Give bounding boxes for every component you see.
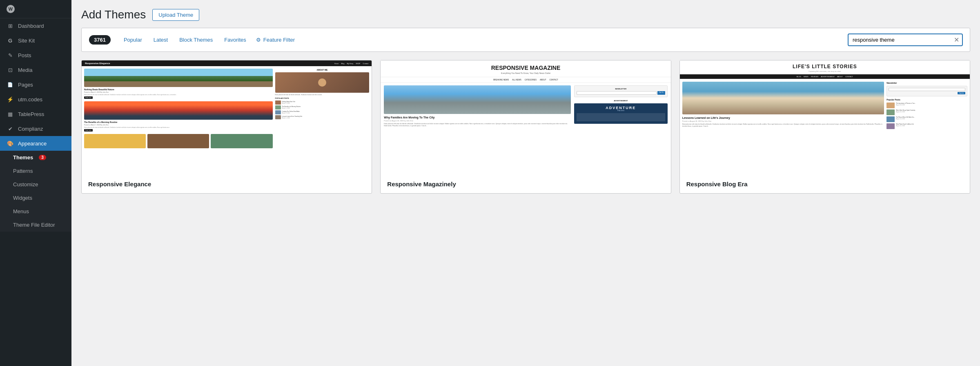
sidebar: W ⊞ Dashboard G Site Kit ✎ Posts ⊡ Media… — [0, 0, 71, 366]
search-wrapper: ✕ — [848, 34, 962, 46]
theme-card-responsive-elegance[interactable]: Responsive Elegance HomeBlogMy StorySHOP… — [81, 60, 372, 194]
themes-label: Themes — [13, 154, 33, 161]
appearance-icon: 🎨 — [7, 140, 14, 147]
sidebar-item-theme-file-editor[interactable]: Theme File Editor — [0, 218, 71, 232]
page-title: Add Themes — [81, 8, 146, 21]
tab-block-themes[interactable]: Block Themes — [174, 34, 218, 45]
sidebar-item-complianz[interactable]: ✔ Complianz — [0, 121, 71, 136]
widgets-label: Widgets — [13, 195, 32, 201]
sidebar-item-label: Media — [18, 67, 32, 73]
sidebar-item-utm[interactable]: ⚡ utm.codes — [0, 92, 71, 107]
filter-tabs: Popular Latest Block Themes Favorites ⚙ … — [119, 34, 848, 45]
page-header: Add Themes Upload Theme — [81, 8, 970, 21]
sidebar-item-widgets[interactable]: Widgets — [0, 191, 71, 205]
theme-name-responsive-elegance: Responsive Elegance — [82, 175, 372, 193]
dashboard-icon: ⊞ — [7, 22, 14, 29]
sidebar-item-media[interactable]: ⊡ Media — [0, 62, 71, 77]
sidebar-submenu-appearance: Themes 3 Patterns Customize Widgets Menu… — [0, 151, 71, 232]
customize-label: Customize — [13, 181, 38, 187]
sidebar-item-appearance[interactable]: 🎨 Appearance — [0, 136, 71, 151]
sitekit-icon: G — [7, 37, 14, 44]
complianz-icon: ✔ — [7, 125, 14, 132]
wp-logo-icon: W — [7, 5, 15, 13]
main-content: Add Themes Upload Theme 3761 Popular Lat… — [71, 0, 980, 366]
tab-latest[interactable]: Latest — [149, 34, 173, 45]
sidebar-item-menus[interactable]: Menus — [0, 205, 71, 218]
theme-name-responsive-magazinely: Responsive Magazinely — [381, 175, 670, 193]
theme-card-responsive-blog-era[interactable]: LIFE'S LITTLE STORIES Capturing life's m… — [679, 60, 970, 194]
filter-bar: 3761 Popular Latest Block Themes Favorit… — [81, 28, 970, 52]
sidebar-item-label: Dashboard — [18, 23, 44, 29]
theme-file-editor-label: Theme File Editor — [13, 222, 55, 228]
theme-name-responsive-blog-era: Responsive Blog Era — [680, 175, 970, 193]
upload-theme-button[interactable]: Upload Theme — [152, 9, 199, 21]
tab-favorites[interactable]: Favorites — [219, 34, 251, 45]
theme-preview-responsive-elegance: Responsive Elegance HomeBlogMy StorySHOP… — [82, 60, 372, 175]
sidebar-item-customize[interactable]: Customize — [0, 178, 71, 191]
sidebar-item-label: Pages — [18, 82, 33, 88]
themes-badge: 3 — [39, 155, 46, 160]
sidebar-item-posts[interactable]: ✎ Posts — [0, 48, 71, 62]
media-icon: ⊡ — [7, 66, 14, 74]
theme-count-badge: 3761 — [89, 35, 111, 45]
sidebar-item-label: TablePress — [18, 111, 44, 117]
sidebar-item-themes[interactable]: Themes 3 — [0, 151, 71, 164]
sidebar-item-label: Appearance — [18, 141, 47, 147]
sidebar-item-label: utm.codes — [18, 96, 42, 103]
utm-icon: ⚡ — [7, 96, 14, 103]
sidebar-item-label: Complianz — [18, 126, 43, 132]
theme-card-responsive-magazinely[interactable]: RESPONSIVE MAGAZINE Everything You Need … — [380, 60, 671, 194]
sidebar-logo: W — [0, 0, 71, 18]
posts-icon: ✎ — [7, 51, 14, 59]
sidebar-item-patterns[interactable]: Patterns — [0, 164, 71, 178]
tab-popular[interactable]: Popular — [119, 34, 147, 45]
feature-filter-label: Feature Filter — [263, 37, 295, 43]
theme-preview-responsive-magazinely: RESPONSIVE MAGAZINE Everything You Need … — [381, 60, 670, 175]
sidebar-item-label: Site Kit — [18, 38, 35, 44]
sidebar-item-label: Posts — [18, 52, 31, 58]
menus-label: Menus — [13, 208, 29, 214]
search-input[interactable] — [848, 34, 962, 46]
pages-icon: 📄 — [7, 81, 14, 88]
sidebar-item-dashboard[interactable]: ⊞ Dashboard — [0, 18, 71, 33]
sidebar-item-pages[interactable]: 📄 Pages — [0, 77, 71, 92]
feature-filter[interactable]: ⚙ Feature Filter — [256, 37, 295, 43]
themes-grid: Responsive Elegance HomeBlogMy StorySHOP… — [81, 60, 970, 194]
theme-preview-responsive-blog-era: LIFE'S LITTLE STORIES Capturing life's m… — [680, 60, 970, 175]
patterns-label: Patterns — [13, 168, 33, 174]
sidebar-item-tablepress[interactable]: ▦ TablePress — [0, 107, 71, 121]
gear-icon: ⚙ — [256, 37, 261, 43]
search-clear-button[interactable]: ✕ — [954, 37, 959, 43]
sidebar-item-sitekit[interactable]: G Site Kit — [0, 33, 71, 48]
tablepress-icon: ▦ — [7, 110, 14, 118]
